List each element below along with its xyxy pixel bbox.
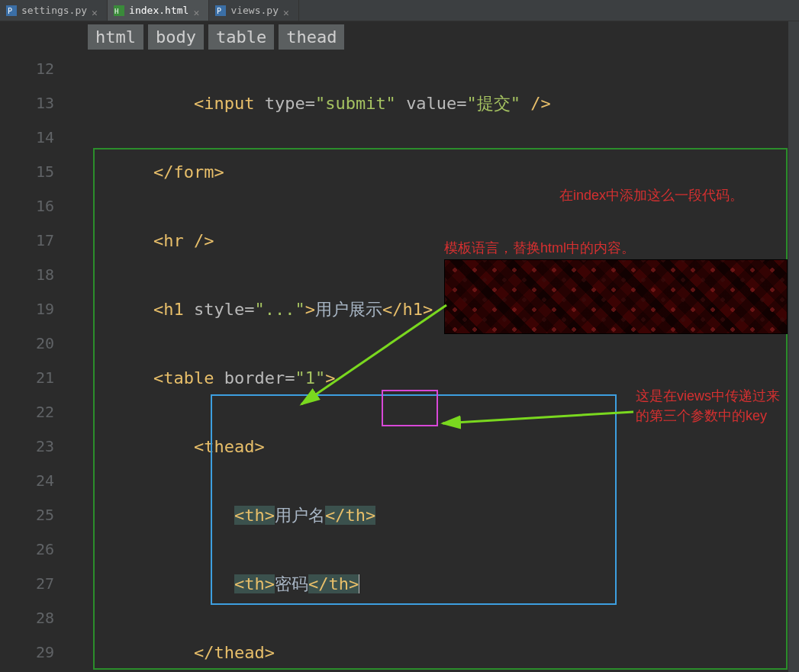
code-line: <th>用户名</th> bbox=[72, 498, 799, 532]
svg-text:P: P bbox=[217, 7, 221, 15]
line-number: 21 bbox=[0, 361, 54, 395]
line-number: 29 bbox=[0, 635, 54, 670]
vertical-scrollbar[interactable] bbox=[788, 21, 799, 672]
line-number: 19 bbox=[0, 292, 54, 326]
close-icon[interactable]: ✕ bbox=[92, 7, 99, 14]
structure-breadcrumb: html body table thead bbox=[0, 21, 799, 52]
crumb-body[interactable]: body bbox=[148, 24, 204, 50]
python-icon: P bbox=[215, 5, 226, 16]
code-line: </form> bbox=[72, 155, 799, 189]
line-number: 24 bbox=[0, 464, 54, 498]
line-gutter: 12 13 14 15 16 17 18 19 20 21 22 23 24 2… bbox=[0, 52, 72, 672]
tab-views-py[interactable]: P views.py ✕ bbox=[209, 0, 299, 21]
close-icon[interactable]: ✕ bbox=[193, 7, 201, 14]
code-line: <input type="submit" value="提交" /> bbox=[72, 86, 799, 121]
line-number: 26 bbox=[0, 532, 54, 567]
line-number: 25 bbox=[0, 498, 54, 532]
line-number: 16 bbox=[0, 189, 54, 223]
code-line: <thead> bbox=[72, 429, 799, 464]
text-cursor bbox=[359, 574, 369, 593]
line-number: 22 bbox=[0, 395, 54, 429]
close-icon[interactable]: ✕ bbox=[283, 7, 291, 14]
crumb-html[interactable]: html bbox=[88, 24, 143, 50]
line-number: 17 bbox=[0, 223, 54, 258]
html-icon: H bbox=[114, 5, 124, 16]
code-editor[interactable]: 12 13 14 15 16 17 18 19 20 21 22 23 24 2… bbox=[0, 52, 799, 672]
tab-label: views.py bbox=[230, 5, 279, 16]
code-line: <hr /> bbox=[72, 223, 799, 258]
line-number: 12 bbox=[0, 52, 54, 86]
line-number: 14 bbox=[0, 121, 54, 155]
code-line: <th>密码</th> bbox=[72, 567, 799, 601]
editor-tabs: P settings.py ✕ H index.html ✕ P views.p… bbox=[0, 0, 799, 21]
tab-label: index.html bbox=[129, 5, 188, 16]
code-line: <h1 style="...">用户展示</h1> bbox=[72, 292, 799, 326]
tab-index-html[interactable]: H index.html ✕ bbox=[108, 0, 209, 21]
svg-text:H: H bbox=[114, 8, 118, 15]
line-number: 27 bbox=[0, 567, 54, 601]
line-number: 18 bbox=[0, 258, 54, 292]
tab-label: settings.py bbox=[21, 5, 87, 16]
code-line: </thead> bbox=[72, 635, 799, 670]
tab-settings-py[interactable]: P settings.py ✕ bbox=[0, 0, 108, 21]
code-area[interactable]: <input type="submit" value="提交" /> </for… bbox=[72, 52, 799, 672]
svg-text:P: P bbox=[8, 7, 12, 15]
line-number: 13 bbox=[0, 86, 54, 121]
line-number: 20 bbox=[0, 326, 54, 361]
line-number: 28 bbox=[0, 601, 54, 635]
line-number: 15 bbox=[0, 155, 54, 189]
code-line: <table border="1"> bbox=[72, 361, 799, 395]
crumb-thead[interactable]: thead bbox=[279, 24, 344, 50]
crumb-table[interactable]: table bbox=[208, 24, 274, 50]
python-icon: P bbox=[6, 5, 17, 16]
line-number: 23 bbox=[0, 429, 54, 464]
